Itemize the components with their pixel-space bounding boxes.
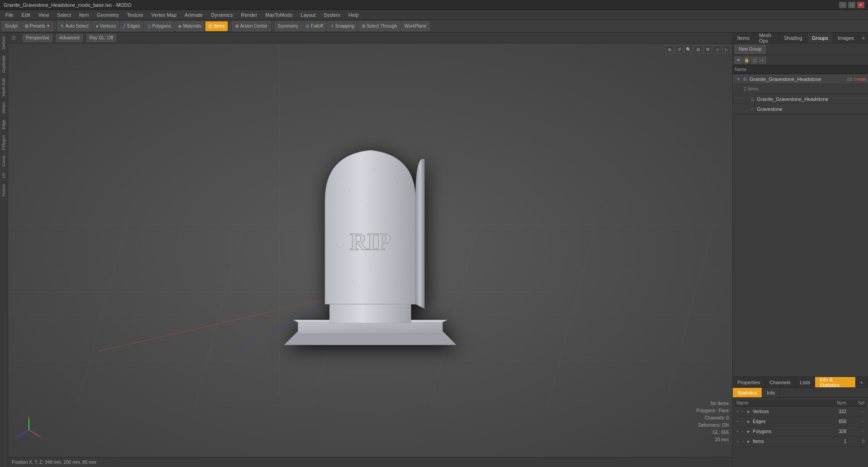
- menu-help[interactable]: Help: [345, 11, 363, 19]
- sidebar-tab-uv[interactable]: UV: [0, 170, 8, 181]
- auto-select-button[interactable]: ↖ Auto Select: [57, 21, 92, 31]
- viewport-menu-icon[interactable]: ☰: [12, 35, 19, 40]
- stat-sel-header: Sel: [846, 400, 864, 405]
- polygons-button[interactable]: ◻ Polygons: [144, 21, 174, 31]
- menu-maxtomodo[interactable]: MaxToModo: [262, 11, 296, 19]
- stat-items-num: 1: [824, 439, 846, 444]
- tree-item-group[interactable]: ▼ ⊞ Granite_Gravestone_Headstone (2) Cre…: [733, 74, 868, 84]
- add-panel-tab-button[interactable]: +: [859, 33, 868, 43]
- tab-groups[interactable]: Groups: [807, 33, 833, 43]
- stat-expand-edges: +: [736, 419, 741, 424]
- sidebar-tab-duplicate[interactable]: Duplicate: [0, 53, 8, 76]
- presets-button[interactable]: ⊞ Presets ▼: [22, 21, 53, 31]
- menu-animate[interactable]: Animate: [181, 11, 206, 19]
- menu-item[interactable]: Item: [75, 11, 92, 19]
- menu-vertex-map[interactable]: Vertex Map: [148, 11, 180, 19]
- sidebar-tab-deform[interactable]: Deform: [0, 33, 8, 52]
- menu-geometry[interactable]: Geometry: [93, 11, 122, 19]
- snapping-button[interactable]: ⊹ Snapping: [327, 21, 358, 31]
- menu-layout[interactable]: Layout: [297, 11, 319, 19]
- minimize-button[interactable]: −: [839, 2, 846, 8]
- workplane-button[interactable]: WorkPlane: [401, 21, 430, 31]
- tab-items[interactable]: Items: [733, 33, 755, 43]
- viewport-expand-icon[interactable]: ◁: [713, 45, 721, 53]
- sidebar-tab-curve[interactable]: Curve: [0, 153, 8, 169]
- viewport-camera-icon[interactable]: ⊕: [665, 45, 674, 53]
- svg-point-21: [352, 281, 353, 282]
- scene-icon-mesh[interactable]: ◻: [751, 57, 758, 64]
- menu-edit[interactable]: Edit: [18, 11, 34, 19]
- tab-mesh-ops[interactable]: Mesh Ops: [755, 33, 779, 43]
- tree-child-1[interactable]: △ Granite_Gravestone_Headstone: [733, 94, 868, 104]
- svg-point-13: [349, 191, 351, 192]
- tab-properties[interactable]: Properties: [733, 377, 765, 387]
- sidebar-tab-polygon[interactable]: Polygon: [0, 133, 8, 153]
- svg-rect-7: [298, 322, 443, 334]
- stat-row-vertices[interactable]: + − ▶ Vertices 332 ···: [735, 407, 866, 417]
- stat-num-header: Num: [824, 400, 846, 405]
- sub-tab-info[interactable]: Info: [762, 388, 780, 397]
- tab-channels[interactable]: Channels: [765, 377, 795, 387]
- group-name-label: Granite_Gravestone_Headstone: [750, 76, 847, 82]
- svg-point-12: [338, 177, 339, 178]
- materials-button[interactable]: ◈ Materials: [175, 21, 205, 31]
- stat-items-label: Items: [753, 439, 824, 444]
- viewport-canvas[interactable]: RIP RIP No Items Polygons : Face Channel…: [8, 43, 732, 457]
- viewport-render-icon[interactable]: ↺: [675, 45, 683, 53]
- tab-images[interactable]: Images: [833, 33, 859, 43]
- ray-gl-button[interactable]: Ray GL: Off: [86, 34, 117, 42]
- stat-arrow-edges: ▶: [747, 419, 752, 424]
- tab-shading[interactable]: Shading: [779, 33, 807, 43]
- stat-expand-vertices: +: [736, 410, 741, 414]
- menu-file[interactable]: File: [2, 11, 17, 19]
- symmetry-button[interactable]: Symmetry: [275, 21, 302, 31]
- menu-select[interactable]: Select: [53, 11, 75, 19]
- menu-view[interactable]: View: [35, 11, 53, 19]
- menu-system[interactable]: System: [320, 11, 344, 19]
- stat-row-edges[interactable]: + − ▶ Edges 656 ···: [735, 417, 866, 427]
- name-column-header: Name: [735, 67, 866, 72]
- tab-info-statistics[interactable]: Info & Statistics: [815, 377, 855, 387]
- new-group-button[interactable]: New Group: [735, 45, 766, 54]
- advanced-button[interactable]: Advanced: [56, 34, 82, 42]
- falloff-button[interactable]: ◎ Falloff: [302, 21, 326, 31]
- sidebar-tab-fusion[interactable]: Fusion: [0, 181, 8, 199]
- group-icon: ⊞: [742, 76, 748, 82]
- menu-dynamics[interactable]: Dynamics: [208, 11, 236, 19]
- svg-point-17: [383, 222, 384, 223]
- perspective-button[interactable]: Perspective: [23, 34, 52, 42]
- select-through-button[interactable]: ⊞ Select Through: [359, 21, 401, 31]
- sub-tab-statistics[interactable]: Statistics: [733, 388, 762, 397]
- vertices-button[interactable]: ● Vertices: [93, 21, 119, 31]
- viewport-collapse-icon[interactable]: ▷: [722, 45, 731, 53]
- maximize-button[interactable]: □: [848, 2, 855, 8]
- stat-minus-edges: −: [742, 419, 746, 424]
- statistics-area: Name Num Sel + − ▶ Vertices 332 ··· + −: [733, 398, 868, 448]
- action-center-button[interactable]: ⊕ Action Center: [232, 21, 271, 31]
- menu-texture[interactable]: Texture: [123, 11, 147, 19]
- tab-lists[interactable]: Lists: [796, 377, 816, 387]
- menu-render[interactable]: Render: [237, 11, 261, 19]
- sidebar-tab-edge[interactable]: Edge: [0, 117, 8, 132]
- svg-point-14: [374, 168, 375, 169]
- sculpt-button[interactable]: Sculpt: [2, 21, 21, 31]
- scene-icon-lock[interactable]: 🔒: [743, 57, 750, 64]
- sidebar-tab-mesh-edit[interactable]: Mesh Edit: [0, 76, 8, 99]
- scene-icon-check[interactable]: ✓: [759, 57, 766, 64]
- gravestone-model: RIP RIP: [284, 110, 456, 364]
- viewport-search-icon[interactable]: 🔍: [684, 45, 693, 53]
- stat-row-items[interactable]: + − ▶ Items 1 0: [735, 437, 866, 447]
- edges-button[interactable]: ╱ Edges: [120, 21, 143, 31]
- viewport-lock-icon[interactable]: ⚒: [703, 45, 712, 53]
- sidebar-tab-vertex[interactable]: Vertex: [0, 100, 8, 117]
- stat-row-polygons[interactable]: + − ▶ Polygons 328 ···: [735, 427, 866, 437]
- close-button[interactable]: ✕: [857, 2, 864, 8]
- stats-header: Name Num Sel: [735, 400, 866, 407]
- tree-child-2[interactable]: ✓ Gravestone: [733, 104, 868, 114]
- stat-polygons-label: Polygons: [753, 429, 824, 434]
- channels-label: Channels: 0: [696, 415, 729, 422]
- viewport-settings-icon[interactable]: ⚙: [694, 45, 702, 53]
- scene-icon-eye[interactable]: 👁: [735, 57, 742, 64]
- tab-add[interactable]: +: [856, 377, 868, 387]
- items-button[interactable]: ⊡ Items: [205, 21, 227, 31]
